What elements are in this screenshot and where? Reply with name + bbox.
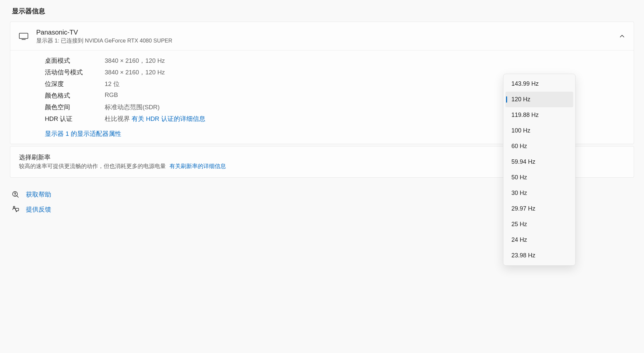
spec-label: HDR 认证: [45, 115, 105, 123]
refresh-rate-option[interactable]: 24 Hz: [505, 232, 573, 248]
refresh-rate-option[interactable]: 30 Hz: [505, 185, 573, 201]
spec-value: 12 位: [105, 80, 120, 88]
refresh-rate-dropdown[interactable]: 143.99 Hz120 Hz119.88 Hz100 Hz60 Hz59.94…: [503, 74, 576, 266]
spec-label: 颜色格式: [45, 91, 105, 100]
display-card-header[interactable]: Panasonic-TV 显示器 1: 已连接到 NVIDIA GeForce …: [10, 22, 634, 50]
refresh-rate-option[interactable]: 23.98 Hz: [505, 248, 573, 263]
chevron-up-icon: [619, 33, 625, 39]
svg-point-3: [15, 195, 15, 196]
feedback-label: 提供反馈: [26, 205, 51, 214]
monitor-icon: [19, 33, 36, 40]
hdr-value-prefix: 杜比视界: [105, 115, 132, 122]
refresh-rate-option[interactable]: 100 Hz: [505, 123, 573, 138]
spec-value: RGB: [105, 91, 118, 100]
spec-value: 3840 × 2160，120 Hz: [105, 68, 165, 76]
svg-rect-0: [19, 33, 28, 39]
spec-label: 位深度: [45, 80, 105, 88]
display-subtitle: 显示器 1: 已连接到 NVIDIA GeForce RTX 4080 SUPE…: [36, 37, 619, 44]
refresh-rate-option[interactable]: 50 Hz: [505, 170, 573, 185]
display-name: Panasonic-TV: [36, 28, 619, 37]
refresh-rate-option[interactable]: 143.99 Hz: [505, 76, 573, 92]
refresh-rate-option[interactable]: 120 Hz: [505, 92, 573, 107]
spec-row: 桌面模式3840 × 2160，120 Hz: [45, 56, 634, 65]
refresh-rate-option[interactable]: 119.88 Hz: [505, 107, 573, 123]
refresh-details-link[interactable]: 有关刷新率的详细信息: [169, 163, 226, 169]
spec-value: 标准动态范围(SDR): [105, 103, 160, 111]
adapter-properties-link[interactable]: 显示器 1 的显示适配器属性: [45, 130, 121, 138]
help-label: 获取帮助: [26, 190, 51, 199]
svg-rect-5: [16, 208, 19, 211]
refresh-rate-option[interactable]: 59.94 Hz: [505, 154, 573, 170]
help-icon: [12, 191, 26, 198]
spec-label: 桌面模式: [45, 56, 105, 65]
refresh-rate-option[interactable]: 29.97 Hz: [505, 201, 573, 217]
hdr-details-link[interactable]: 有关 HDR 认证的详细信息: [132, 115, 205, 122]
spec-value: 3840 × 2160，120 Hz: [105, 56, 165, 65]
spec-label: 颜色空间: [45, 103, 105, 111]
refresh-rate-option[interactable]: 25 Hz: [505, 217, 573, 232]
svg-point-4: [13, 206, 15, 208]
section-title: 显示器信息: [12, 7, 634, 16]
spec-label: 活动信号模式: [45, 68, 105, 76]
refresh-rate-option[interactable]: 60 Hz: [505, 138, 573, 154]
feedback-icon: [12, 206, 26, 213]
spec-value: 杜比视界 有关 HDR 认证的详细信息: [105, 115, 205, 123]
